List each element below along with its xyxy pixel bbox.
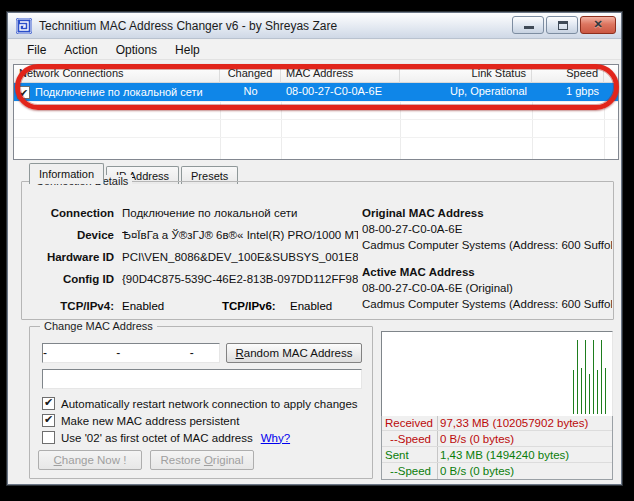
app-window: Technitium MAC Address Changer v6 - by S… <box>6 11 623 486</box>
original-mac-vendor: Cadmus Computer Systems (Address: 600 Su… <box>362 239 612 251</box>
random-mac-button[interactable]: Random MAC Address <box>226 343 362 363</box>
received-speed-value: 0 B/s (0 bytes) <box>440 432 610 447</box>
change-now-button[interactable]: Change Now ! <box>38 450 142 470</box>
use-02-octet-label: Use '02' as first octet of MAC address <box>61 432 253 444</box>
menu-options[interactable]: Options <box>107 41 166 59</box>
grid-line <box>14 119 618 120</box>
active-mac-value: 08-00-27-C0-0A-6E (Original) <box>362 282 612 294</box>
app-icon <box>16 18 32 34</box>
column-link-status[interactable]: Link Status <box>400 65 532 83</box>
device-label: Device <box>22 229 114 241</box>
received-value: 97,33 MB (102057902 bytes) <box>440 416 610 431</box>
change-mac-group: Change MAC Address - - - - - Random MAC … <box>29 326 373 479</box>
traffic-stats-panel: Received 97,33 MB (102057902 bytes) --Sp… <box>381 416 613 480</box>
tcp-ipv6-label: TCP/IPv6: <box>222 300 276 312</box>
config-id-label: Config ID <box>22 273 114 285</box>
list-header: Network Connections Changed MAC Address … <box>14 65 618 83</box>
cell-mac-address: 08-00-27-C0-0A-6E <box>281 83 400 101</box>
active-mac-heading: Active MAC Address <box>362 266 612 278</box>
close-icon: ✕ <box>581 18 615 31</box>
received-label: Received <box>382 416 434 431</box>
desktop-background: Technitium MAC Address Changer v6 - by S… <box>0 0 634 501</box>
network-connections-list[interactable]: Network Connections Changed MAC Address … <box>13 64 619 160</box>
column-speed[interactable]: Speed <box>532 65 604 83</box>
auto-restart-checkbox[interactable] <box>42 397 55 410</box>
device-value: Ѣ¤ЇвГа а Ў®зГЈ® 6в®« Intel(R) PRO/1000 M… <box>122 229 358 241</box>
column-mac-address[interactable]: MAC Address <box>281 65 400 83</box>
tcp-ipv4-value: Enabled <box>122 300 164 312</box>
original-mac-heading: Original MAC Address <box>362 207 612 219</box>
grid-line <box>14 137 618 138</box>
table-row[interactable]: Подключение по локальной сети No 08-00-2… <box>14 83 618 101</box>
mac-preset-combobox[interactable] <box>42 369 362 389</box>
mac-address-input[interactable]: - - - - - <box>42 343 220 363</box>
sent-speed-label: --Speed <box>382 464 434 479</box>
window-controls: ✕ <box>512 16 616 34</box>
close-button[interactable]: ✕ <box>580 16 616 34</box>
restore-original-button[interactable]: Restore Original <box>150 450 254 470</box>
window-title: Technitium MAC Address Changer v6 - by S… <box>39 19 337 33</box>
connection-details-group: Connection Details Connection Подключени… <box>21 181 614 320</box>
title-bar[interactable]: Technitium MAC Address Changer v6 - by S… <box>8 13 621 39</box>
network-traffic-graph <box>381 331 613 417</box>
menu-file[interactable]: File <box>18 41 55 59</box>
tab-information[interactable]: Information <box>29 163 104 184</box>
column-network-connections[interactable]: Network Connections <box>14 65 220 83</box>
cell-link-status: Up, Operational <box>400 83 532 101</box>
auto-restart-label: Automatically restart network connection… <box>61 398 358 410</box>
change-mac-legend: Change MAC Address <box>40 320 157 332</box>
active-mac-vendor: Cadmus Computer Systems (Address: 600 Su… <box>362 298 612 310</box>
maximize-icon <box>558 21 568 30</box>
original-mac-value: 08-00-27-C0-0A-6E <box>362 223 612 235</box>
use-02-octet-checkbox[interactable] <box>42 431 55 444</box>
persistent-mac-checkbox[interactable] <box>42 414 55 427</box>
connection-label: Connection <box>22 207 114 219</box>
connection-value: Подключение по локальной сети <box>122 207 358 219</box>
cell-changed: No <box>220 83 281 101</box>
sent-speed-value: 0 B/s (0 bytes) <box>440 464 610 479</box>
menu-bar: File Action Options Help <box>8 40 621 60</box>
config-id-value: {90D4C875-539C-46E2-813B-097DD112FF98} <box>122 273 358 285</box>
cell-speed: 1 gbps <box>532 83 604 101</box>
column-changed[interactable]: Changed <box>220 65 281 83</box>
minimize-icon <box>524 26 534 29</box>
maximize-button[interactable] <box>546 16 578 34</box>
why-link[interactable]: Why? <box>261 432 290 444</box>
grid-line <box>14 101 618 102</box>
hardware-id-label: Hardware ID <box>22 251 114 263</box>
hardware-id-value: PCI\VEN_8086&DEV_100E&SUBSYS_001E8086 <box>122 251 358 263</box>
persistent-mac-label: Make new MAC address persistent <box>61 415 239 427</box>
sent-value: 1,43 MB (1494240 bytes) <box>440 448 610 463</box>
tcp-ipv6-value: Enabled <box>290 300 332 312</box>
menu-help[interactable]: Help <box>166 41 209 59</box>
minimize-button[interactable] <box>512 16 544 34</box>
connection-name: Подключение по локальной сети <box>35 84 203 101</box>
connection-enabled-checkbox[interactable] <box>17 86 30 99</box>
tcp-ipv4-label: TCP/IPv4: <box>22 300 114 312</box>
sent-label: Sent <box>382 448 434 463</box>
received-speed-label: --Speed <box>382 432 434 447</box>
traffic-graph-spikes <box>573 340 606 414</box>
menu-action[interactable]: Action <box>55 41 106 59</box>
